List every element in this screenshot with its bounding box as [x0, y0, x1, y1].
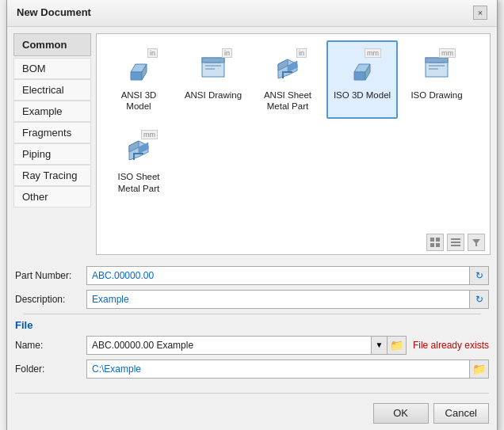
template-ansi-drawing[interactable]: in ANSI Drawing	[178, 40, 249, 120]
iso-drawing-label: ISO Drawing	[410, 89, 462, 101]
template-ansi-sheetmetal[interactable]: in ANSI Sheet Metal Part	[252, 40, 323, 120]
name-field-group: ▼ 📁	[86, 336, 407, 355]
name-label: Name:	[15, 340, 86, 351]
titlebar: New Document ×	[7, 0, 497, 27]
view-toolbar	[426, 234, 485, 251]
part-number-refresh-button[interactable]: ↻	[470, 266, 489, 285]
svg-rect-7	[202, 58, 224, 63]
name-input[interactable]	[86, 336, 372, 355]
part-number-input[interactable]	[86, 266, 470, 285]
category-sidebar: Common BOM Electrical Example Fragments …	[13, 33, 91, 255]
form-divider	[23, 314, 481, 314]
part-number-label: Part Number:	[15, 270, 86, 281]
template-iso-sheetmetal[interactable]: mm ISO Sheet Metal Part	[103, 122, 174, 201]
svg-rect-28	[451, 245, 460, 246]
iso-drawing-icon: mm	[416, 47, 457, 88]
part-number-row: Part Number: ↻	[15, 266, 489, 285]
filter-button[interactable]	[468, 234, 485, 251]
ansi-3d-model-icon: in	[118, 47, 159, 88]
svg-rect-22	[430, 238, 434, 242]
sidebar-item-example[interactable]: Example	[13, 101, 91, 122]
sidebar-item-ray-tracing[interactable]: Ray Tracing	[13, 165, 91, 186]
iso-sheetmetal-label: ISO Sheet Metal Part	[109, 171, 168, 195]
ok-button[interactable]: OK	[373, 403, 429, 424]
folder-input[interactable]	[86, 360, 470, 379]
iso-3d-model-icon: mm	[342, 47, 383, 88]
sidebar-header: Common	[13, 33, 91, 56]
svg-rect-23	[436, 238, 440, 242]
svg-rect-26	[451, 238, 460, 240]
template-ansi-3d-model[interactable]: in ANSI 3D Model	[103, 40, 174, 120]
close-button[interactable]: ×	[473, 6, 487, 20]
dialog-title: New Document	[17, 6, 91, 18]
svg-marker-29	[472, 239, 480, 246]
folder-field-group: 📁	[86, 360, 489, 379]
dialog-content: Common BOM Electrical Example Fragments …	[7, 27, 497, 261]
part-number-field-group: ↻	[86, 266, 489, 285]
svg-rect-25	[436, 243, 440, 247]
svg-marker-1	[131, 72, 142, 80]
svg-rect-27	[451, 242, 460, 243]
folder-browse-button[interactable]: 📁	[470, 360, 489, 379]
sidebar-item-bom[interactable]: BOM	[13, 58, 91, 79]
template-grid: in ANSI 3D Model in	[96, 33, 491, 255]
svg-rect-24	[430, 243, 434, 247]
iso-sheetmetal-icon: mm	[118, 128, 159, 169]
folder-row: Folder: 📁	[15, 360, 489, 379]
sidebar-item-piping[interactable]: Piping	[13, 143, 91, 165]
sidebar-item-electrical[interactable]: Electrical	[13, 79, 91, 101]
name-folder-button[interactable]: 📁	[388, 336, 407, 355]
name-row: Name: ▼ 📁 File already exists	[15, 336, 489, 355]
cancel-button[interactable]: Cancel	[433, 403, 489, 424]
sidebar-item-fragments[interactable]: Fragments	[13, 122, 91, 143]
list-view-button[interactable]	[447, 234, 464, 251]
template-iso-drawing[interactable]: mm ISO Drawing	[401, 40, 472, 120]
ansi-drawing-label: ANSI Drawing	[185, 89, 242, 101]
description-row: Description: ↻	[15, 290, 489, 309]
file-exists-message: File already exists	[413, 340, 489, 351]
iso-3d-model-label: ISO 3D Model	[334, 89, 391, 101]
ansi-sheetmetal-icon: in	[267, 47, 308, 88]
sidebar-item-other[interactable]: Other	[13, 186, 91, 207]
description-field-group: ↻	[86, 290, 489, 309]
svg-marker-12	[354, 72, 365, 80]
large-icon-view-button[interactable]	[426, 234, 444, 251]
new-document-dialog: New Document × Common BOM Electrical Exa…	[6, 0, 498, 430]
folder-label: Folder:	[15, 363, 86, 375]
ansi-drawing-icon: in	[193, 47, 234, 88]
button-divider	[15, 393, 489, 394]
svg-rect-18	[426, 58, 448, 63]
name-menu-button[interactable]: ▼	[372, 336, 388, 355]
form-section: Part Number: ↻ Description: ↻ File Name:…	[7, 261, 497, 388]
ansi-3d-model-label: ANSI 3D Model	[109, 89, 168, 113]
description-input[interactable]	[86, 290, 470, 309]
description-refresh-button[interactable]: ↻	[470, 290, 489, 309]
file-section-title: File	[15, 319, 32, 331]
button-row: OK Cancel	[7, 398, 497, 431]
description-label: Description:	[15, 294, 86, 305]
template-iso-3d-model[interactable]: mm ISO 3D Model	[326, 40, 398, 120]
ansi-sheetmetal-label: ANSI Sheet Metal Part	[258, 89, 317, 113]
